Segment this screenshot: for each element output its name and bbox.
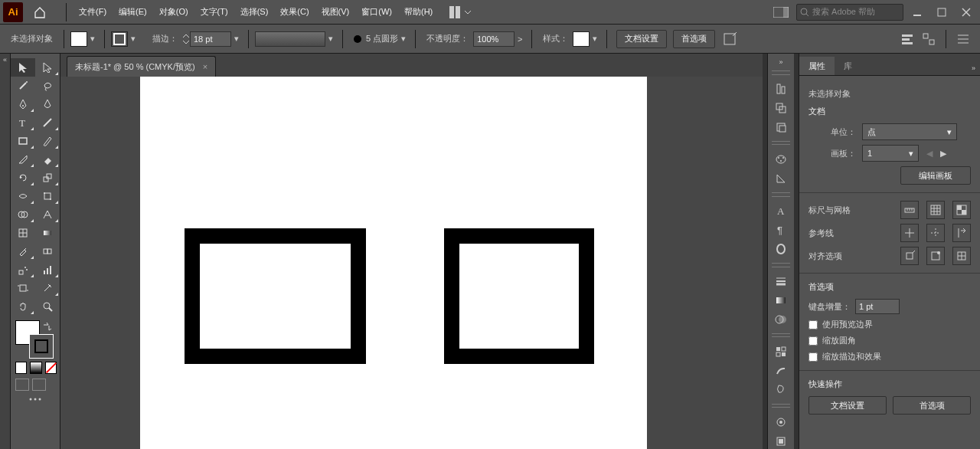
appearance-panel-icon[interactable] [772, 415, 790, 428]
qa-doc-setup-button[interactable]: 文档设置 [808, 396, 887, 415]
character-panel-icon[interactable]: A [772, 205, 790, 218]
free-transform-tool[interactable] [35, 187, 60, 205]
transform-panel-icon[interactable] [923, 33, 935, 45]
home-icon[interactable] [31, 3, 49, 21]
prev-artboard-icon[interactable]: ◀ [926, 149, 933, 159]
artboard-select[interactable]: 1▾ [862, 145, 919, 162]
rectangle-shape[interactable] [444, 228, 594, 364]
menu-help[interactable]: 帮助(H) [398, 0, 439, 24]
window-minimize-icon[interactable] [906, 5, 928, 20]
transparency-grid-icon[interactable] [952, 201, 971, 219]
graphic-styles-panel-icon[interactable] [772, 434, 790, 447]
style-dropdown-icon[interactable]: ▾ [590, 32, 600, 46]
scale-tool[interactable] [35, 169, 60, 187]
qa-preferences-button[interactable]: 首选项 [893, 396, 971, 415]
rectangle-tool[interactable] [11, 132, 35, 150]
rectangle-shape[interactable] [185, 228, 366, 364]
list-panel-icon[interactable] [957, 33, 969, 45]
smart-guides-icon[interactable] [952, 224, 971, 242]
collapse-left-icon[interactable]: « [3, 56, 7, 64]
ruler-icon[interactable] [900, 201, 919, 219]
edit-toolbar-icon[interactable] [11, 397, 60, 401]
style-swatch[interactable] [573, 31, 590, 47]
menu-edit[interactable]: 编辑(E) [113, 0, 153, 24]
paragraph-panel-icon[interactable]: ¶ [772, 223, 790, 236]
hand-tool[interactable] [11, 297, 35, 316]
opentype-panel-icon[interactable] [772, 242, 790, 255]
tab-close-icon[interactable]: × [203, 62, 207, 71]
slice-tool[interactable] [35, 279, 60, 297]
brushes-panel-icon[interactable] [772, 364, 790, 377]
snap-pixel-icon[interactable] [900, 247, 919, 265]
type-tool[interactable]: T [11, 113, 35, 132]
zoom-tool[interactable] [35, 297, 60, 316]
opacity-field[interactable]: 100% [473, 31, 514, 47]
lock-guides-icon[interactable] [926, 224, 945, 242]
shaper-tool[interactable] [11, 150, 35, 169]
eyedropper-tool[interactable] [11, 242, 35, 261]
window-maximize-icon[interactable] [931, 5, 952, 20]
help-search-input[interactable]: 搜索 Adobe 帮助 [796, 4, 903, 21]
color-mode-row[interactable] [15, 362, 60, 374]
doc-setup-button[interactable]: 文档设置 [616, 30, 667, 48]
collapse-panel-icon[interactable]: » [972, 64, 975, 72]
edit-artboards-button[interactable]: 编辑画板 [900, 166, 971, 185]
symbols-panel-icon[interactable] [772, 383, 790, 396]
paintbrush-tool[interactable] [35, 132, 60, 150]
variable-width-dropdown-icon[interactable]: ▾ [325, 32, 336, 46]
gradient-tool[interactable] [35, 224, 60, 242]
menu-select[interactable]: 选择(S) [234, 0, 275, 24]
workspace-switcher-icon[interactable] [773, 7, 789, 18]
brush-dropdown-icon[interactable]: ▾ [398, 32, 409, 46]
document-tab[interactable]: 未标题-1* @ 50 % (CMYK/预览) × [67, 56, 216, 77]
opacity-dropdown-icon[interactable]: > [514, 32, 525, 46]
transform-panel-icon[interactable] [772, 120, 790, 133]
menu-effect[interactable]: 效果(C) [274, 0, 315, 24]
window-close-icon[interactable] [956, 5, 977, 20]
gradient-panel-icon[interactable] [772, 293, 790, 306]
color-panel-icon[interactable] [772, 152, 790, 166]
align-panel-icon[interactable] [901, 33, 913, 45]
fill-stroke-proxy[interactable] [15, 320, 60, 357]
selection-tool[interactable] [11, 58, 35, 77]
mesh-tool[interactable] [11, 224, 35, 242]
pathfinder-panel-icon[interactable] [772, 101, 790, 114]
rotate-tool[interactable] [11, 169, 35, 187]
show-guides-icon[interactable] [900, 224, 919, 242]
pen-tool[interactable] [11, 95, 35, 113]
tab-properties[interactable]: 属性 [799, 57, 835, 75]
fill-dropdown-icon[interactable]: ▾ [87, 32, 98, 46]
menu-window[interactable]: 窗口(W) [355, 0, 398, 24]
blend-tool[interactable] [35, 242, 60, 261]
scale-corners-checkbox[interactable]: 缩放圆角 [808, 335, 971, 346]
direct-selection-tool[interactable] [35, 58, 60, 77]
align-panel-icon[interactable] [772, 83, 790, 96]
tab-libraries[interactable]: 库 [835, 57, 861, 75]
collapse-right-icon[interactable]: » [779, 58, 782, 66]
lasso-tool[interactable] [35, 77, 60, 95]
perspective-grid-tool[interactable] [35, 205, 60, 224]
screen-mode-row[interactable] [15, 379, 60, 391]
menu-type[interactable]: 文字(T) [194, 0, 234, 24]
transform-icon[interactable] [723, 32, 737, 46]
menu-object[interactable]: 对象(O) [153, 0, 194, 24]
menu-view[interactable]: 视图(V) [315, 0, 356, 24]
snap-point-icon[interactable] [926, 247, 945, 265]
swatches-panel-icon[interactable] [772, 345, 790, 358]
canvas[interactable] [60, 77, 763, 449]
stroke-dropdown-icon[interactable]: ▾ [128, 32, 139, 46]
preview-bounds-checkbox[interactable]: 使用预览边界 [808, 319, 971, 330]
units-select[interactable]: 点▾ [862, 123, 957, 140]
grid-icon[interactable] [926, 201, 945, 219]
curvature-tool[interactable] [35, 95, 60, 113]
stroke-weight-stepper-icon[interactable] [182, 32, 190, 46]
stroke-weight-field[interactable]: 18 pt [190, 31, 231, 47]
menu-file[interactable]: 文件(F) [73, 0, 113, 24]
stroke-panel-icon[interactable] [772, 275, 790, 288]
fill-swatch[interactable] [70, 31, 87, 47]
magic-wand-tool[interactable] [11, 77, 35, 95]
shape-builder-tool[interactable] [11, 205, 35, 224]
eraser-tool[interactable] [35, 150, 60, 169]
symbol-sprayer-tool[interactable] [11, 261, 35, 279]
layout-arrange-icon[interactable] [449, 6, 471, 18]
